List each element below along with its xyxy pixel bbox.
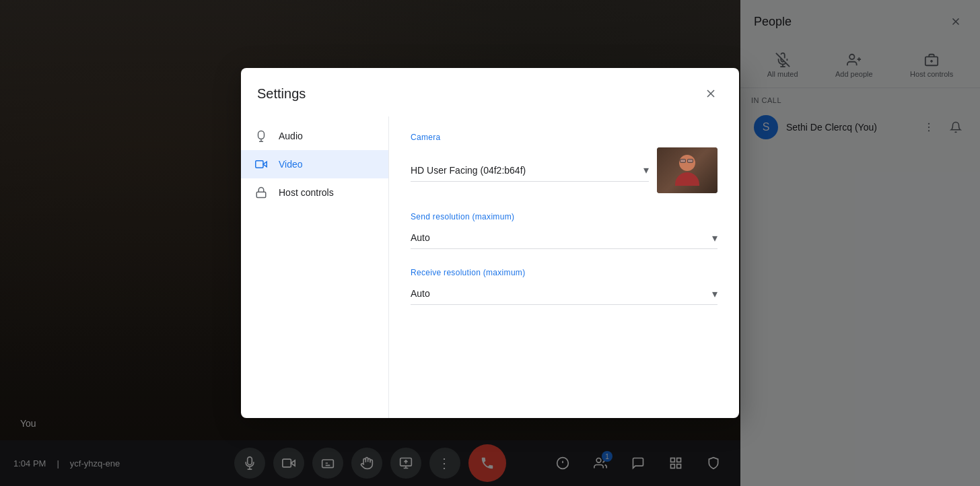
send-resolution-wrapper: Auto 360p 720p 1080p ▾ [411, 227, 718, 249]
person-silhouette [675, 155, 699, 186]
send-resolution-group: Send resolution (maximum) Auto 360p 720p… [411, 212, 718, 249]
camera-select[interactable]: HD User Facing (04f2:b64f) [411, 160, 649, 181]
glasses [680, 159, 695, 163]
settings-sidebar: Audio Video [241, 116, 389, 418]
svg-rect-32 [256, 161, 263, 168]
svg-rect-33 [256, 192, 266, 197]
settings-nav-host-label: Host controls [279, 187, 334, 198]
settings-nav-host[interactable]: Host controls [241, 178, 388, 207]
person-head [679, 155, 695, 171]
camera-select-wrapper: HD User Facing (04f2:b64f) ▾ [411, 160, 649, 182]
settings-nav-video[interactable]: Video [241, 150, 388, 178]
audio-nav-icon [254, 130, 268, 142]
modal-header: Settings [241, 68, 739, 116]
camera-select-row: HD User Facing (04f2:b64f) ▾ [411, 147, 718, 193]
settings-nav-video-label: Video [279, 159, 303, 170]
modal-body: Audio Video [241, 116, 739, 418]
modal-close-button[interactable] [699, 81, 723, 106]
settings-content: Camera HD User Facing (04f2:b64f) ▾ [389, 116, 739, 418]
svg-marker-31 [263, 162, 267, 167]
send-resolution-select[interactable]: Auto 360p 720p 1080p [411, 227, 718, 248]
video-nav-icon [254, 158, 268, 170]
receive-resolution-group: Receive resolution (maximum) Auto 360p 7… [411, 268, 718, 305]
camera-setting-group: Camera HD User Facing (04f2:b64f) ▾ [411, 133, 718, 193]
host-nav-icon [254, 186, 268, 199]
modal-overlay: Settings Audio [0, 0, 980, 486]
receive-resolution-select[interactable]: Auto 360p 720p 1080p [411, 283, 718, 304]
settings-nav-audio[interactable]: Audio [241, 122, 388, 150]
camera-label: Camera [411, 133, 718, 142]
person-body [675, 172, 699, 186]
svg-rect-30 [258, 131, 265, 139]
send-resolution-label: Send resolution (maximum) [411, 212, 718, 221]
camera-preview [657, 147, 718, 193]
glass-left [680, 159, 686, 163]
receive-resolution-label: Receive resolution (maximum) [411, 268, 718, 277]
camera-preview-inner [657, 147, 718, 193]
modal-title: Settings [257, 86, 306, 102]
settings-nav-audio-label: Audio [279, 131, 303, 141]
settings-modal: Settings Audio [241, 68, 739, 418]
receive-resolution-wrapper: Auto 360p 720p 1080p ▾ [411, 283, 718, 305]
glass-right [687, 159, 693, 163]
